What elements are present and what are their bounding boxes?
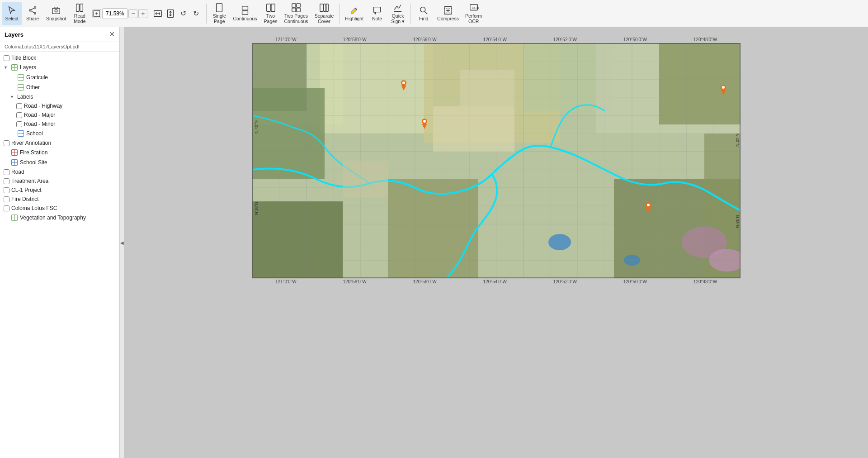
layer-checkbox-road[interactable] [4,169,9,175]
actual-size-button[interactable] [92,9,101,18]
note-button[interactable]: Note [367,2,387,25]
layer-checkbox-coloma-lotus-fsc[interactable] [4,205,9,211]
rotate-group: ↺ ↻ [150,8,203,19]
highlight-label: Highlight [345,16,363,22]
layer-item-layers-group[interactable]: ▼Layers [0,62,119,72]
layer-icon-other [17,84,24,91]
layer-label-road-major: Road - Major [24,112,55,118]
svg-text:OCR: OCR [472,6,479,10]
svg-point-86 [722,86,725,89]
layer-checkbox-road-highway[interactable] [16,103,22,109]
highlight-button[interactable]: Highlight [342,2,366,25]
layer-label-graticule: Graticule [26,74,48,81]
two-pages-cont-button[interactable]: Two PagesContinuous [282,2,311,25]
layer-item-labels-group[interactable]: ▼Labels [0,92,119,101]
sidebar-collapse-handle[interactable]: ◀ [120,27,124,458]
compress-label: Compress [437,16,459,22]
layer-item-cl1-project[interactable]: CL-1 Project [0,186,119,195]
layer-item-fire-district[interactable]: Fire District [0,195,119,204]
svg-point-84 [647,204,650,206]
svg-text:N 40°N: N 40°N [254,120,259,134]
layer-checkbox-road-minor[interactable] [16,121,22,127]
layer-checkbox-treatment-area[interactable] [4,178,9,184]
main-area: Layers ✕ ColomaLotus11X17LayersOpt.pdf T… [0,27,868,458]
continuous-button[interactable]: Continuous [230,2,259,25]
svg-rect-8 [80,4,83,12]
layer-item-coloma-lotus-fsc[interactable]: Coloma Lotus FSC [0,204,119,213]
rotate-ccw-button[interactable]: ↺ [177,8,189,19]
sidebar: Layers ✕ ColomaLotus11X17LayersOpt.pdf T… [0,27,120,458]
layer-label-layers-group: Layers [20,64,36,71]
quick-sign-label: QuickSign ▾ [391,14,405,24]
find-button[interactable]: Find [414,2,434,25]
quick-sign-button[interactable]: QuickSign ▾ [388,2,408,25]
svg-rect-23 [326,4,329,12]
layer-icon-vegetation-topography [11,214,18,221]
svg-rect-15 [266,4,270,12]
layer-item-title-block[interactable]: Title Block [0,53,119,62]
svg-text:N 40°N: N 40°N [735,134,740,147]
layer-item-river-annotation[interactable]: River Annotation [0,138,119,148]
perform-ocr-button[interactable]: OCR PerformOCR [462,2,485,25]
svg-text:N 38°N: N 38°N [254,202,259,215]
layer-item-graticule[interactable]: Graticule [0,72,119,82]
layer-checkbox-title-block[interactable] [4,55,9,61]
snapshot-label: Snapshot [46,16,66,22]
layer-item-road-minor[interactable]: Road - Minor [0,119,119,129]
layer-item-fire-station[interactable]: Fire Station [0,148,119,157]
two-pages-label: TwoPages [264,14,278,24]
svg-rect-14 [242,11,248,14]
layer-icon-school [17,130,24,137]
select-button[interactable]: Select [2,2,22,25]
svg-rect-13 [242,6,248,10]
coord-bar-bottom: 121°0'0"W 120°58'0"W 120°56'0"W 120°54'0… [252,278,741,285]
fit-width-button[interactable] [152,8,164,19]
layer-label-title-block: Title Block [11,55,36,61]
perform-ocr-label: PerformOCR [465,14,482,24]
layer-label-road: Road [11,169,24,175]
single-page-button[interactable]: SinglePage [209,2,229,25]
sidebar-close-button[interactable]: ✕ [109,31,115,38]
layer-checkbox-river-annotation[interactable] [4,140,9,146]
layer-label-road-highway: Road - Highway [24,103,62,109]
zoom-input[interactable] [102,8,127,19]
compress-button[interactable]: Compress [434,2,462,25]
layer-label-road-minor: Road - Minor [24,121,55,127]
layer-label-river-annotation: River Annotation [11,140,51,146]
snapshot-button[interactable]: Snapshot [43,2,69,25]
divider-1 [206,4,207,24]
separate-cover-button[interactable]: SeparateCover [312,2,337,25]
svg-rect-42 [659,43,741,124]
rotate-cw-button[interactable]: ↻ [190,8,202,19]
layer-item-road-highway[interactable]: Road - Highway [0,101,119,110]
layer-item-other[interactable]: Other [0,82,119,92]
layer-item-treatment-area[interactable]: Treatment Area [0,177,119,186]
layer-icon-graticule [17,74,24,81]
layer-checkbox-road-major[interactable] [16,112,22,118]
svg-rect-33 [320,43,433,134]
zoom-in-button[interactable]: + [138,9,147,18]
layer-item-school-site[interactable]: School Site [0,157,119,167]
layer-item-school[interactable]: School [0,129,119,138]
zoom-out-button[interactable]: − [128,9,137,18]
two-pages-cont-label: Two PagesContinuous [284,14,308,24]
read-mode-button[interactable]: ReadMode [70,2,90,25]
layer-item-road[interactable]: Road [0,167,119,177]
sidebar-title: Layers [5,31,24,38]
svg-rect-41 [252,201,343,278]
fit-page-button[interactable] [165,8,176,19]
svg-rect-19 [292,8,296,12]
map-area: 121°0'0"W 120°58'0"W 120°56'0"W 120°54'0… [124,27,868,458]
layer-item-road-major[interactable]: Road - Major [0,110,119,119]
expand-arrow-icon: ▼ [10,95,15,99]
layer-item-vegetation-topography[interactable]: Vegetation and Topography [0,213,119,223]
share-button[interactable]: Share [23,2,42,25]
svg-rect-5 [52,8,60,14]
svg-rect-21 [320,4,323,12]
layer-checkbox-fire-district[interactable] [4,196,9,202]
layer-checkbox-cl1-project[interactable] [4,187,9,193]
svg-point-6 [55,10,57,12]
two-pages-button[interactable]: TwoPages [261,2,281,25]
layer-label-cl1-project: CL-1 Project [11,187,42,193]
svg-rect-12 [217,4,222,12]
